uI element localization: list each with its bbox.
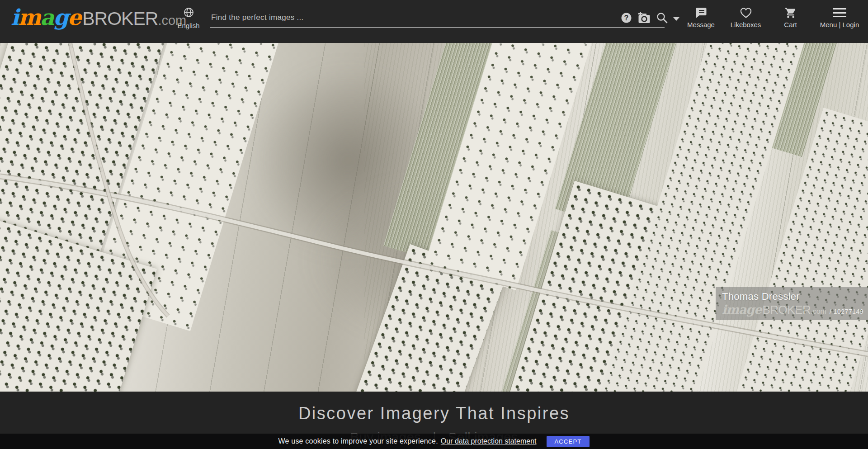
data-protection-link[interactable]: Our data protection statement [441, 437, 537, 445]
cookie-consent-bar: We use cookies to improve your site expe… [0, 434, 868, 449]
accept-cookies-button[interactable]: ACCEPT [547, 436, 590, 447]
logo-caps-word: BROKER [82, 8, 158, 29]
language-selector[interactable]: English [170, 6, 208, 29]
menu-icon [813, 6, 866, 19]
cookie-message: We use cookies to improve your site expe… [278, 437, 438, 445]
message-icon [679, 6, 723, 19]
watermark-caps: BROKER [762, 303, 811, 317]
heart-icon [723, 6, 768, 19]
watermark-separator: / [830, 308, 831, 315]
svg-text:?: ? [624, 14, 629, 22]
globe-icon [183, 12, 195, 20]
language-label: English [170, 22, 208, 29]
nav-item-menu-login[interactable]: Menu | Login [813, 6, 866, 28]
watermark: image BROKER .com / 10277149 [722, 302, 868, 317]
top-nav: Message Likeboxes Cart Menu | Login [679, 6, 866, 28]
cart-icon [768, 6, 813, 19]
nav-item-likeboxes[interactable]: Likeboxes [723, 6, 768, 28]
nav-label: Menu | Login [813, 21, 866, 28]
photographer-name: Thomas Dressler [722, 291, 868, 302]
nav-item-cart[interactable]: Cart [768, 6, 813, 28]
photo-credit-overlay: Thomas Dressler image BROKER .com / 1027… [716, 287, 868, 320]
watermark-script: image [722, 302, 761, 317]
nav-label: Message [679, 21, 723, 28]
nav-label: Likeboxes [723, 21, 768, 28]
help-icon[interactable]: ? [621, 12, 632, 24]
dirt-roads [0, 43, 868, 392]
watermark-image-id: 10277149 [834, 308, 863, 315]
page-tagline: Discover Imagery That Inspires [0, 392, 868, 423]
search-icon[interactable] [656, 12, 668, 24]
search-input[interactable] [210, 11, 608, 24]
search-underline [210, 27, 665, 28]
watermark-tld: .com [811, 307, 826, 316]
camera-plus-icon[interactable] [637, 12, 651, 24]
search-zone: ? [210, 0, 678, 43]
site-logo[interactable]: image BROKER .com [11, 5, 186, 30]
nav-item-message[interactable]: Message [679, 6, 723, 28]
logo-script-word: image [11, 5, 80, 30]
top-header: image BROKER .com English ? [0, 0, 868, 43]
nav-label: Cart [768, 21, 813, 28]
hero-aerial-photo: Thomas Dressler image BROKER .com / 1027… [0, 43, 868, 392]
